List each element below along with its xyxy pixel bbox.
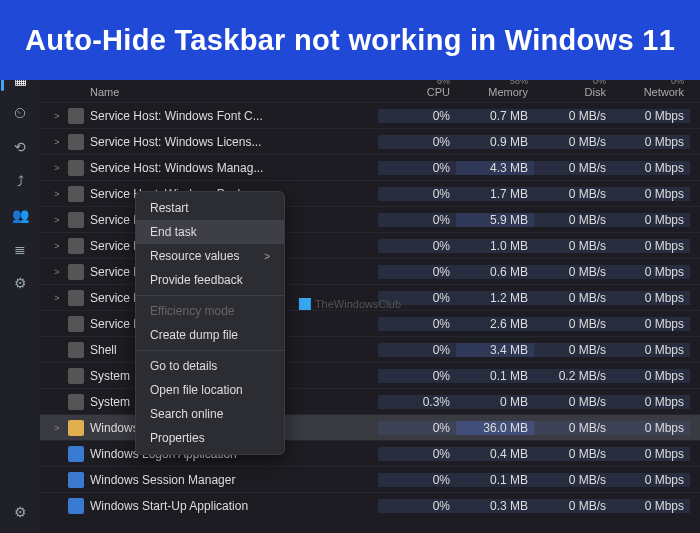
process-name: Service Host: Windows Licens... [90, 135, 378, 149]
watermark: TheWindowsClub [299, 298, 401, 310]
cell-cpu: 0% [378, 109, 456, 123]
cell-cpu: 0% [378, 239, 456, 253]
sidebar: ≡ ▦ ⏲ ⟲ ⤴ 👥 ≣ ⚙ ⚙ [0, 30, 40, 533]
process-name: Service Host: Windows Manag... [90, 161, 378, 175]
context-menu-item[interactable]: End task [136, 220, 284, 244]
expander-icon[interactable]: > [50, 423, 64, 433]
expander-icon[interactable]: > [50, 267, 64, 277]
process-icon [68, 446, 84, 462]
table-row[interactable]: Windows Start-Up Application0%0.3 MB0 MB… [40, 492, 700, 518]
cell-disk: 0 MB/s [534, 213, 612, 227]
expander-icon[interactable]: > [50, 137, 64, 147]
cell-cpu: 0% [378, 421, 456, 435]
cell-mem: 1.2 MB [456, 291, 534, 305]
cell-cpu: 0% [378, 187, 456, 201]
process-icon [68, 498, 84, 514]
cell-net: 0 Mbps [612, 343, 690, 357]
overlay-banner: Auto-Hide Taskbar not working in Windows… [0, 0, 700, 80]
cell-cpu: 0% [378, 473, 456, 487]
table-row[interactable]: >Service Host: Windows Font C...0%0.7 MB… [40, 102, 700, 128]
cell-disk: 0 MB/s [534, 343, 612, 357]
table-row[interactable]: >Service Host: Windows Manag...0%4.3 MB0… [40, 154, 700, 180]
context-menu-item[interactable]: Search online [136, 402, 284, 426]
process-icon [68, 290, 84, 306]
cell-mem: 0 MB [456, 395, 534, 409]
cell-mem: 0.9 MB [456, 135, 534, 149]
cell-disk: 0.2 MB/s [534, 369, 612, 383]
process-icon [68, 316, 84, 332]
process-icon [68, 160, 84, 176]
cell-net: 0 Mbps [612, 473, 690, 487]
nav-details[interactable]: ≣ [11, 240, 29, 258]
nav-app-history[interactable]: ⟲ [11, 138, 29, 156]
table-row[interactable]: Windows Session Manager0%0.1 MB0 MB/s0 M… [40, 466, 700, 492]
cell-net: 0 Mbps [612, 369, 690, 383]
process-icon [68, 342, 84, 358]
cell-mem: 36.0 MB [456, 421, 534, 435]
expander-icon[interactable]: > [50, 241, 64, 251]
cell-net: 0 Mbps [612, 109, 690, 123]
cell-disk: 0 MB/s [534, 135, 612, 149]
cell-mem: 5.9 MB [456, 213, 534, 227]
cell-cpu: 0% [378, 369, 456, 383]
process-icon [68, 420, 84, 436]
expander-icon[interactable]: > [50, 215, 64, 225]
cell-mem: 0.4 MB [456, 447, 534, 461]
watermark-icon [299, 298, 311, 310]
expander-icon[interactable]: > [50, 111, 64, 121]
cell-mem: 0.6 MB [456, 265, 534, 279]
cell-cpu: 0% [378, 343, 456, 357]
table-row[interactable]: >Service Host: Windows Licens...0%0.9 MB… [40, 128, 700, 154]
nav-performance[interactable]: ⏲ [11, 104, 29, 122]
cell-cpu: 0% [378, 499, 456, 513]
context-menu-item[interactable]: Restart [136, 196, 284, 220]
process-name: Service Host: Windows Font C... [90, 109, 378, 123]
cell-disk: 0 MB/s [534, 317, 612, 331]
cell-net: 0 Mbps [612, 161, 690, 175]
cell-mem: 0.1 MB [456, 369, 534, 383]
col-name[interactable]: Name [50, 86, 378, 98]
cell-cpu: 0% [378, 161, 456, 175]
expander-icon[interactable]: > [50, 163, 64, 173]
cell-disk: 0 MB/s [534, 265, 612, 279]
context-menu-item[interactable]: Resource values> [136, 244, 284, 268]
context-menu-item[interactable]: Provide feedback [136, 268, 284, 292]
cell-mem: 0.1 MB [456, 473, 534, 487]
process-name: Windows Session Manager [90, 473, 378, 487]
nav-users[interactable]: 👥 [11, 206, 29, 224]
context-menu-item[interactable]: Open file location [136, 378, 284, 402]
context-menu-item[interactable]: Go to details [136, 354, 284, 378]
cell-cpu: 0% [378, 265, 456, 279]
cell-net: 0 Mbps [612, 213, 690, 227]
nav-settings[interactable]: ⚙ [11, 503, 29, 521]
cell-cpu: 0% [378, 317, 456, 331]
context-menu-item[interactable]: Create dump file [136, 323, 284, 347]
nav-startup[interactable]: ⤴ [11, 172, 29, 190]
cell-cpu: 0% [378, 135, 456, 149]
cell-disk: 0 MB/s [534, 239, 612, 253]
process-icon [68, 186, 84, 202]
cell-net: 0 Mbps [612, 187, 690, 201]
context-menu: RestartEnd taskResource values>Provide f… [135, 191, 285, 455]
cell-disk: 0 MB/s [534, 187, 612, 201]
cell-cpu: 0.3% [378, 395, 456, 409]
process-icon [68, 368, 84, 384]
cell-mem: 0.7 MB [456, 109, 534, 123]
expander-icon[interactable]: > [50, 189, 64, 199]
cell-disk: 0 MB/s [534, 473, 612, 487]
context-menu-item: Efficiency mode [136, 299, 284, 323]
cell-disk: 0 MB/s [534, 291, 612, 305]
cell-disk: 0 MB/s [534, 447, 612, 461]
process-icon [68, 108, 84, 124]
cell-mem: 0.3 MB [456, 499, 534, 513]
cell-net: 0 Mbps [612, 421, 690, 435]
cell-cpu: 0% [378, 213, 456, 227]
process-name: Windows Start-Up Application [90, 499, 378, 513]
context-menu-item[interactable]: Properties [136, 426, 284, 450]
cell-disk: 0 MB/s [534, 109, 612, 123]
cell-net: 0 Mbps [612, 291, 690, 305]
cell-net: 0 Mbps [612, 395, 690, 409]
nav-services[interactable]: ⚙ [11, 274, 29, 292]
expander-icon[interactable]: > [50, 293, 64, 303]
cell-cpu: 0% [378, 447, 456, 461]
